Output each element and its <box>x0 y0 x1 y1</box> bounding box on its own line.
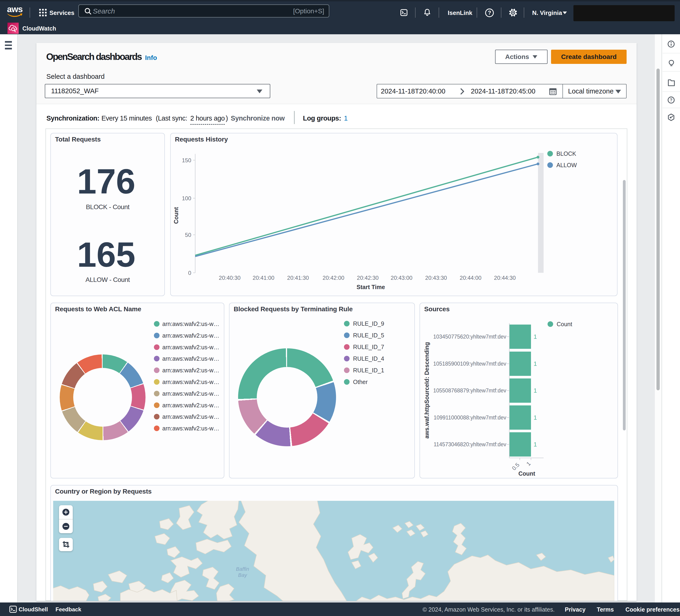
svg-text:100: 100 <box>182 195 191 201</box>
svg-text:105185900109:yhltew7mtf:dev: 105185900109:yhltew7mtf:dev <box>433 361 507 367</box>
svg-text:Start Time: Start Time <box>357 284 385 290</box>
svg-text:20:42:30: 20:42:30 <box>357 275 378 281</box>
svg-text:0.5: 0.5 <box>511 462 521 471</box>
svg-text:103450775620:yhltew7mtf:dev: 103450775620:yhltew7mtf:dev <box>433 334 507 340</box>
svg-text:0: 0 <box>188 270 191 276</box>
svg-text:BLOCK: BLOCK <box>557 150 576 157</box>
svg-text:20:42:00: 20:42:00 <box>322 275 344 281</box>
svg-text:Count: Count <box>518 470 535 477</box>
svg-text:Baffin: Baffin <box>236 566 249 572</box>
svg-text:20:41:00: 20:41:00 <box>253 275 274 281</box>
svg-text:?: ? <box>488 10 491 16</box>
svg-text:1: 1 <box>534 387 537 394</box>
svg-text:Count: Count <box>173 207 179 224</box>
svg-text:150: 150 <box>182 157 191 164</box>
svg-text:Bay: Bay <box>238 572 248 578</box>
svg-text:aws.waf.httpSourceId: Descendi: aws.waf.httpSourceId: Descending <box>424 342 430 439</box>
svg-text:1: 1 <box>534 333 537 340</box>
svg-text:1: 1 <box>534 360 537 367</box>
svg-text:aws: aws <box>7 6 23 14</box>
svg-text:114573046820:yhltew7mtf:dev: 114573046820:yhltew7mtf:dev <box>433 441 506 447</box>
svg-text:ALLOW: ALLOW <box>557 162 577 168</box>
svg-text:?: ? <box>670 98 672 102</box>
svg-text:20:44:00: 20:44:00 <box>460 275 481 281</box>
svg-text:20:43:30: 20:43:30 <box>425 275 447 281</box>
svg-text:20:44:30: 20:44:30 <box>494 275 516 281</box>
svg-text:1: 1 <box>534 414 537 421</box>
svg-text:105508768879:yhltew7mtf:dev: 105508768879:yhltew7mtf:dev <box>433 387 507 393</box>
svg-text:50: 50 <box>185 232 191 238</box>
svg-text:Count: Count <box>557 321 572 327</box>
svg-text:1: 1 <box>525 460 532 467</box>
svg-text:20:41:30: 20:41:30 <box>287 275 309 281</box>
svg-text:1: 1 <box>534 441 537 448</box>
svg-text:20:43:00: 20:43:00 <box>391 275 412 281</box>
svg-text:109911000088:yhltew7mtf:dev: 109911000088:yhltew7mtf:dev <box>433 415 506 421</box>
svg-text:20:40:30: 20:40:30 <box>219 275 240 281</box>
